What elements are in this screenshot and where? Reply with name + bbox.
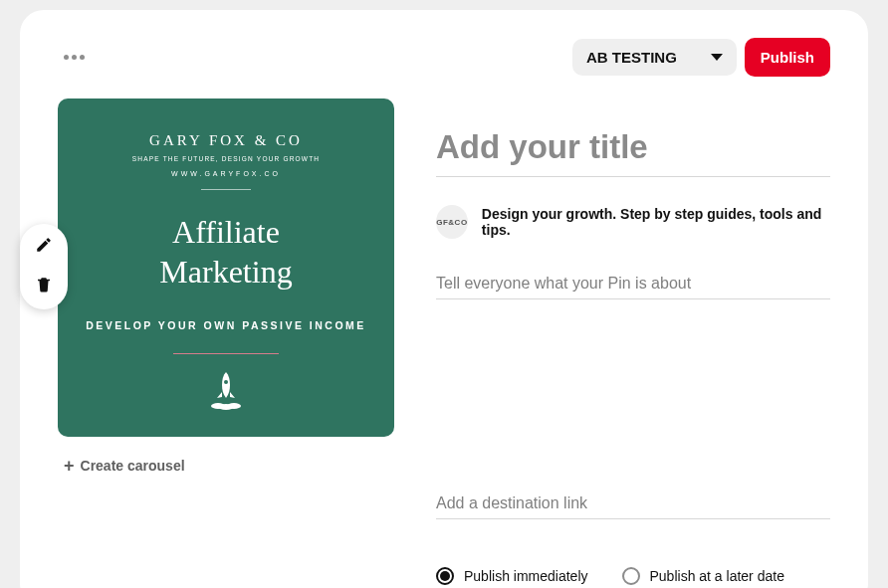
pin-preview-image[interactable]: GARY FOX & CO SHAPE THE FUTURE, DESIGN Y… xyxy=(58,98,394,437)
topbar-right: AB TESTING Publish xyxy=(572,38,830,77)
image-tools xyxy=(20,224,68,309)
preview-headline-line1: Affiliate xyxy=(159,212,292,252)
board-select-dropdown[interactable]: AB TESTING xyxy=(572,39,737,76)
preview-headline: Affiliate Marketing xyxy=(159,212,292,292)
topbar: AB TESTING Publish xyxy=(58,38,830,77)
right-column: GF&CO Design your growth. Step by step g… xyxy=(436,98,830,585)
board-selected-label: AB TESTING xyxy=(586,49,677,66)
author-row: GF&CO Design your growth. Step by step g… xyxy=(436,205,830,239)
content-row: GARY FOX & CO SHAPE THE FUTURE, DESIGN Y… xyxy=(58,98,830,585)
preview-accent-line xyxy=(173,353,279,354)
publish-button[interactable]: Publish xyxy=(745,38,830,77)
publish-immediately-label: Publish immediately xyxy=(464,568,588,584)
publish-immediately-radio[interactable]: Publish immediately xyxy=(436,567,588,585)
preview-url: WWW.GARYFOX.CO xyxy=(171,170,281,177)
svg-point-3 xyxy=(218,404,234,410)
preview-tagline: SHAPE THE FUTURE, DESIGN YOUR GROWTH xyxy=(132,155,321,162)
trash-icon xyxy=(35,276,53,294)
author-avatar[interactable]: GF&CO xyxy=(436,205,468,239)
chevron-down-icon xyxy=(711,54,723,61)
create-carousel-button[interactable]: + Create carousel xyxy=(58,457,394,475)
more-options-button[interactable] xyxy=(58,49,91,66)
publish-later-label: Publish at a later date xyxy=(650,568,784,584)
pencil-icon xyxy=(35,236,53,254)
preview-brand: GARY FOX & CO xyxy=(149,132,303,149)
description-input[interactable] xyxy=(436,269,830,299)
plus-icon: + xyxy=(64,457,75,475)
left-column: GARY FOX & CO SHAPE THE FUTURE, DESIGN Y… xyxy=(58,98,394,585)
delete-image-button[interactable] xyxy=(35,276,53,297)
title-input[interactable] xyxy=(436,128,830,177)
destination-link-input[interactable] xyxy=(436,489,830,519)
radio-selected-icon xyxy=(436,567,454,585)
author-text: Design your growth. Step by step guides,… xyxy=(482,206,830,238)
preview-subheading: DEVELOP YOUR OWN PASSIVE INCOME xyxy=(86,319,366,331)
create-carousel-label: Create carousel xyxy=(81,458,185,474)
radio-unselected-icon xyxy=(622,567,640,585)
publish-later-radio[interactable]: Publish at a later date xyxy=(622,567,784,585)
edit-image-button[interactable] xyxy=(35,236,53,258)
preview-headline-line2: Marketing xyxy=(159,252,292,292)
publish-timing-radios: Publish immediately Publish at a later d… xyxy=(436,567,830,585)
rocket-icon xyxy=(196,368,256,410)
pin-builder-card: AB TESTING Publish GARY FOX & CO SHAPE T… xyxy=(20,10,868,588)
preview-divider xyxy=(201,189,251,190)
svg-point-0 xyxy=(224,380,228,384)
